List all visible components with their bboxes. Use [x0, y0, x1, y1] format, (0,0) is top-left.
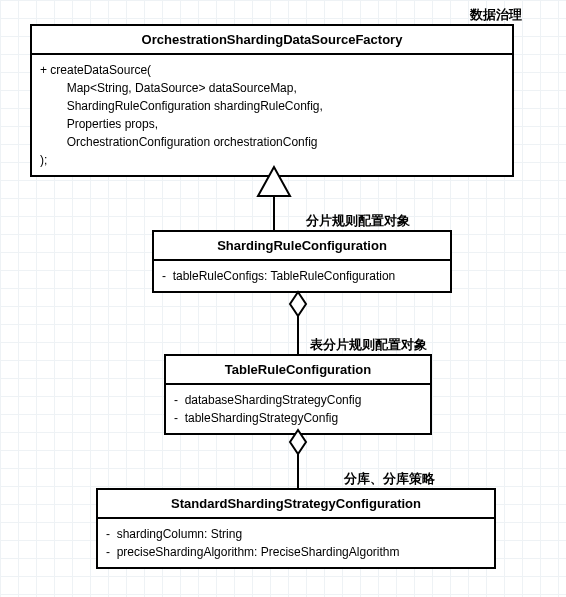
uml-class-standard-sharding-strategy: StandardShardingStrategyConfiguration - …: [96, 488, 496, 569]
uml-class-title: StandardShardingStrategyConfiguration: [98, 490, 494, 519]
svg-marker-5: [290, 430, 306, 454]
uml-attr-line: - shardingColumn: String: [106, 525, 486, 543]
uml-class-body: - shardingColumn: String - preciseShardi…: [98, 519, 494, 567]
uml-attr-line: - preciseShardingAlgorithm: PreciseShard…: [106, 543, 486, 561]
annotation-sharding-strategy: 分库、分库策略: [344, 470, 435, 488]
